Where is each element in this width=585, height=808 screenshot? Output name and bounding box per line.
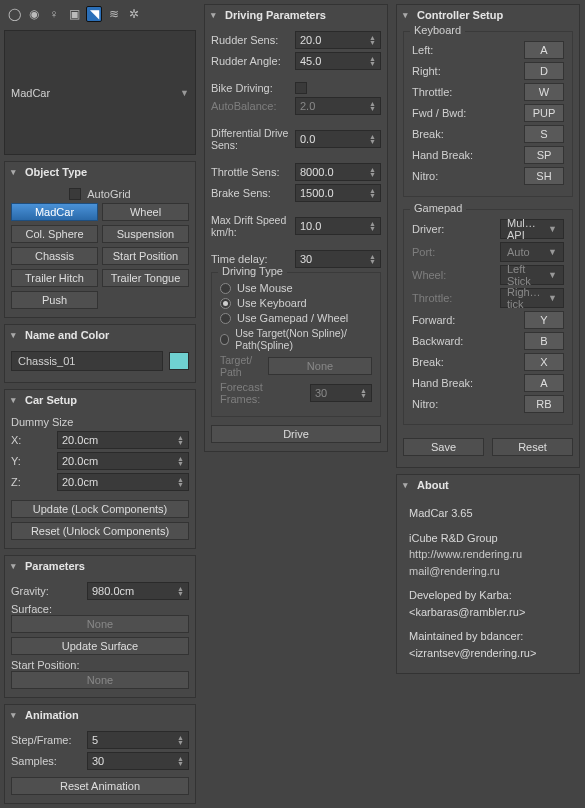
y-spinner[interactable]: 20.0cm▲▼ <box>57 452 189 470</box>
bulb-icon[interactable]: ♀ <box>46 6 62 22</box>
startpos-none[interactable]: None <box>11 671 189 689</box>
collapse-icon[interactable]: ▾ <box>11 167 21 177</box>
circle-icon[interactable]: ◯ <box>6 6 22 22</box>
kb-right[interactable]: D <box>524 62 564 80</box>
reset-button[interactable]: Reset (Unlock Components) <box>11 522 189 540</box>
gp-break[interactable]: X <box>524 353 564 371</box>
collapse-icon[interactable]: ▾ <box>11 395 21 405</box>
ctrl-reset-button[interactable]: Reset <box>492 438 573 456</box>
panel-title: Controller Setup <box>417 9 503 21</box>
collapse-icon[interactable]: ▾ <box>403 480 413 490</box>
step-spinner[interactable]: 5▲▼ <box>87 731 189 749</box>
btn-push[interactable]: Push <box>11 291 98 309</box>
gp-handbreak-label: Hand Break: <box>412 377 518 389</box>
gp-throttle-label: Throttle: <box>412 292 494 304</box>
btn-chassis[interactable]: Chassis <box>11 247 98 265</box>
gp-backward[interactable]: B <box>524 332 564 350</box>
autobalance-spinner: 2.0▲▼ <box>295 97 381 115</box>
driving-type-group: Driving Type Use Mouse Use Keyboard Use … <box>211 272 381 417</box>
panel-title: Object Type <box>25 166 87 178</box>
kb-break[interactable]: S <box>524 125 564 143</box>
kb-fwdbwd[interactable]: PUP <box>524 104 564 122</box>
update-button[interactable]: Update (Lock Components) <box>11 500 189 518</box>
gp-port-label: Port: <box>412 246 494 258</box>
z-spinner[interactable]: 20.0cm▲▼ <box>57 473 189 491</box>
btn-colsphere[interactable]: Col. Sphere <box>11 225 98 243</box>
collapse-icon[interactable]: ▾ <box>11 710 21 720</box>
autogrid-check[interactable] <box>69 188 81 200</box>
collapse-icon[interactable]: ▾ <box>403 10 413 20</box>
x-spinner[interactable]: 20.0cm▲▼ <box>57 431 189 449</box>
about-mail[interactable]: mail@rendering.ru <box>409 565 500 577</box>
kb-nitro[interactable]: SH <box>524 167 564 185</box>
kb-throttle[interactable]: W <box>524 83 564 101</box>
kb-left-label: Left: <box>412 44 518 56</box>
autobalance-label: AutoBalance: <box>211 100 289 112</box>
radio-mouse[interactable] <box>220 283 231 294</box>
gamepad-group: Gamepad Driver: Mul…API▼ Port: Auto▼ Whe… <box>403 209 573 425</box>
maxdrift-spinner[interactable]: 10.0▲▼ <box>295 217 381 235</box>
keyboard-group: Keyboard Left:A Right:D Throttle:W Fwd /… <box>403 31 573 197</box>
btn-wheel[interactable]: Wheel <box>102 203 189 221</box>
samples-spinner[interactable]: 30▲▼ <box>87 752 189 770</box>
gravity-spinner[interactable]: 980.0cm▲▼ <box>87 582 189 600</box>
timedelay-spinner[interactable]: 30▲▼ <box>295 250 381 268</box>
spacewarp-icon[interactable]: ≋ <box>106 6 122 22</box>
bike-check[interactable] <box>295 82 307 94</box>
kb-handbreak[interactable]: SP <box>524 146 564 164</box>
gp-port: Auto▼ <box>500 242 564 262</box>
brake-spinner[interactable]: 1500.0▲▼ <box>295 184 381 202</box>
rudder-angle-spinner[interactable]: 45.0▲▼ <box>295 52 381 70</box>
color-swatch[interactable] <box>169 352 189 370</box>
step-label: Step/Frame: <box>11 734 81 746</box>
timedelay-label: Time delay: <box>211 253 289 265</box>
btn-trailertongue[interactable]: Trailer Tongue <box>102 269 189 287</box>
reset-anim-button[interactable]: Reset Animation <box>11 777 189 795</box>
forecast-spinner: 30▲▼ <box>310 384 372 402</box>
category-dropdown[interactable]: MadCar ▼ <box>4 30 196 155</box>
collapse-icon[interactable]: ▾ <box>11 330 21 340</box>
radio-gamepad[interactable] <box>220 313 231 324</box>
collapse-icon[interactable]: ▾ <box>11 561 21 571</box>
rudder-sens-spinner[interactable]: 20.0▲▼ <box>295 31 381 49</box>
dummy-label: Dummy Size <box>11 416 189 428</box>
diff-spinner[interactable]: 0.0▲▼ <box>295 130 381 148</box>
kb-right-label: Right: <box>412 65 518 77</box>
throttle-spinner[interactable]: 8000.0▲▼ <box>295 163 381 181</box>
drive-button[interactable]: Drive <box>211 425 381 443</box>
panel-title: Parameters <box>25 560 85 572</box>
panel-animation: ▾ Animation Step/Frame: 5▲▼ Samples: 30▲… <box>4 704 196 804</box>
radio-keyboard[interactable] <box>220 298 231 309</box>
collapse-icon[interactable]: ▾ <box>211 10 221 20</box>
ctrl-save-button[interactable]: Save <box>403 438 484 456</box>
update-surface-button[interactable]: Update Surface <box>11 637 189 655</box>
surface-label: Surface: <box>11 603 189 615</box>
radio-target-label: Use Target(Non Spline)/ Path(Spline) <box>235 327 372 351</box>
panel-title: Animation <box>25 709 79 721</box>
kb-fwdbwd-label: Fwd / Bwd: <box>412 107 518 119</box>
systems-icon[interactable]: ✲ <box>126 6 142 22</box>
btn-madcar[interactable]: MadCar <box>11 203 98 221</box>
camera-icon[interactable]: ▣ <box>66 6 82 22</box>
kb-left[interactable]: A <box>524 41 564 59</box>
about-url[interactable]: http://www.rendering.ru <box>409 548 522 560</box>
keyboard-title: Keyboard <box>410 24 465 36</box>
y-label: Y: <box>11 455 51 467</box>
surface-none[interactable]: None <box>11 615 189 633</box>
panel-title: About <box>417 479 449 491</box>
object-name-input[interactable]: Chassis_01 <box>11 351 163 371</box>
about-dev-mail: <karbaras@rambler.ru> <box>409 604 567 621</box>
gp-nitro[interactable]: RB <box>524 395 564 413</box>
sphere-icon[interactable]: ◉ <box>26 6 42 22</box>
gp-handbreak[interactable]: A <box>524 374 564 392</box>
gp-driver[interactable]: Mul…API▼ <box>500 219 564 239</box>
kb-throttle-label: Throttle: <box>412 86 518 98</box>
about-maint: Maintained by bdancer: <box>409 628 567 645</box>
btn-trailerhitch[interactable]: Trailer Hitch <box>11 269 98 287</box>
helpers-icon[interactable]: ◥ <box>86 6 102 22</box>
btn-suspension[interactable]: Suspension <box>102 225 189 243</box>
kb-break-label: Break: <box>412 128 518 140</box>
radio-target[interactable] <box>220 334 229 345</box>
gp-forward[interactable]: Y <box>524 311 564 329</box>
btn-startpos[interactable]: Start Position <box>102 247 189 265</box>
